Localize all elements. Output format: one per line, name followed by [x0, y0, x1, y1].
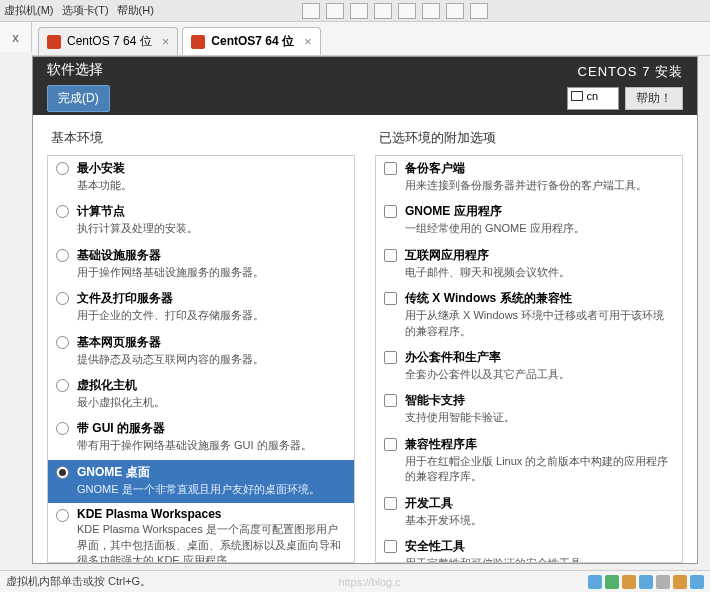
checkbox-icon[interactable] [384, 497, 397, 510]
checkbox-icon[interactable] [384, 394, 397, 407]
addon-list: 备份客户端用来连接到备份服务器并进行备份的客户端工具。GNOME 应用程序一组经… [375, 155, 683, 563]
addon-option-title: 智能卡支持 [405, 392, 674, 409]
addon-option[interactable]: 传统 X Windows 系统的兼容性用于从继承 X Windows 环境中迁移… [376, 286, 682, 345]
checkbox-icon[interactable] [384, 162, 397, 175]
tab-close-icon[interactable]: × [162, 34, 170, 49]
addon-column-header: 已选环境的附加选项 [375, 129, 683, 155]
checkbox-icon[interactable] [384, 205, 397, 218]
env-option-title: 文件及打印服务器 [77, 290, 346, 307]
env-option-desc: 用于操作网络基础设施服务的服务器。 [77, 265, 346, 280]
done-button[interactable]: 完成(D) [47, 85, 110, 112]
addon-option[interactable]: 开发工具基本开发环境。 [376, 491, 682, 534]
vm-tab-centos7-2[interactable]: CentOS7 64 位 × [182, 27, 320, 55]
env-option[interactable]: 基本网页服务器提供静态及动态互联网内容的服务器。 [48, 330, 354, 373]
env-option[interactable]: KDE Plasma WorkspacesKDE Plasma Workspac… [48, 503, 354, 562]
env-option[interactable]: 基础设施服务器用于操作网络基础设施服务的服务器。 [48, 243, 354, 286]
tab-label: CentOS7 64 位 [211, 33, 294, 50]
status-icon[interactable] [622, 575, 636, 589]
checkbox-icon[interactable] [384, 540, 397, 553]
env-option[interactable]: 最小安装基本功能。 [48, 156, 354, 199]
env-option[interactable]: 虚拟化主机最小虚拟化主机。 [48, 373, 354, 416]
addon-option[interactable]: 安全性工具用于完整性和可信验证的安全性工具。 [376, 534, 682, 562]
env-option-desc: 基本功能。 [77, 178, 346, 193]
toolbar-icon[interactable] [398, 3, 416, 19]
keyboard-layout-indicator[interactable]: cn [567, 87, 619, 110]
checkbox-icon[interactable] [384, 292, 397, 305]
toolbar-icon[interactable] [374, 3, 392, 19]
tab-label: CentOS 7 64 位 [67, 33, 152, 50]
env-option[interactable]: GNOME 桌面GNOME 是一个非常直观且用户友好的桌面环境。 [48, 460, 354, 503]
vm-icon [47, 35, 61, 49]
toolbar-icon[interactable] [422, 3, 440, 19]
statusbar-icons [588, 575, 704, 589]
addon-option[interactable]: 备份客户端用来连接到备份服务器并进行备份的客户端工具。 [376, 156, 682, 199]
env-option-desc: 执行计算及处理的安装。 [77, 221, 346, 236]
tab-close-icon[interactable]: × [304, 34, 312, 49]
status-icon[interactable] [673, 575, 687, 589]
addon-option[interactable]: GNOME 应用程序一组经常使用的 GNOME 应用程序。 [376, 199, 682, 242]
env-option[interactable]: 计算节点执行计算及处理的安装。 [48, 199, 354, 242]
statusbar: 虚拟机内部单击或按 Ctrl+G。 https://blog.c [0, 570, 710, 592]
addon-option[interactable]: 互联网应用程序电子邮件、聊天和视频会议软件。 [376, 243, 682, 286]
radio-icon[interactable] [56, 509, 69, 522]
env-option-desc: 最小虚拟化主机。 [77, 395, 346, 410]
radio-icon[interactable] [56, 379, 69, 392]
addon-option-desc: 支持使用智能卡验证。 [405, 410, 674, 425]
checkbox-icon[interactable] [384, 351, 397, 364]
addon-option-desc: 电子邮件、聊天和视频会议软件。 [405, 265, 674, 280]
addon-option[interactable]: 办公套件和生产率全套办公套件以及其它产品工具。 [376, 345, 682, 388]
installer-window: 软件选择 完成(D) CENTOS 7 安装 cn 帮助！ 基本环境 最小安装基… [32, 56, 698, 564]
addon-option-title: GNOME 应用程序 [405, 203, 674, 220]
menu-help[interactable]: 帮助(H) [117, 3, 154, 18]
menu-tabs[interactable]: 选项卡(T) [62, 3, 109, 18]
brand-label: CENTOS 7 安装 [578, 63, 683, 81]
env-option-title: 计算节点 [77, 203, 346, 220]
radio-icon[interactable] [56, 249, 69, 262]
env-option-desc: 用于企业的文件、打印及存储服务器。 [77, 308, 346, 323]
radio-icon[interactable] [56, 466, 69, 479]
addon-option-desc: 基本开发环境。 [405, 513, 674, 528]
toolbar-icon[interactable] [350, 3, 368, 19]
env-option[interactable]: 文件及打印服务器用于企业的文件、打印及存储服务器。 [48, 286, 354, 329]
addon-option-title: 办公套件和生产率 [405, 349, 674, 366]
env-option[interactable]: 带 GUI 的服务器带有用于操作网络基础设施服务 GUI 的服务器。 [48, 416, 354, 459]
addon-option[interactable]: 兼容性程序库用于在红帽企业版 Linux 的之前版本中构建的应用程序的兼容程序库… [376, 432, 682, 491]
status-icon[interactable] [656, 575, 670, 589]
watermark: https://blog.c [338, 576, 400, 588]
toolbar-icon[interactable] [302, 3, 320, 19]
statusbar-hint: 虚拟机内部单击或按 Ctrl+G。 [6, 574, 151, 589]
addon-option-title: 备份客户端 [405, 160, 674, 177]
vm-tab-centos7-1[interactable]: CentOS 7 64 位 × [38, 27, 178, 55]
menu-vm[interactable]: 虚拟机(M) [4, 3, 54, 18]
radio-icon[interactable] [56, 422, 69, 435]
checkbox-icon[interactable] [384, 438, 397, 451]
env-option-title: KDE Plasma Workspaces [77, 507, 346, 521]
radio-icon[interactable] [56, 336, 69, 349]
env-option-desc: GNOME 是一个非常直观且用户友好的桌面环境。 [77, 482, 346, 497]
addon-option[interactable]: 智能卡支持支持使用智能卡验证。 [376, 388, 682, 431]
addon-option-desc: 用于从继承 X Windows 环境中迁移或者可用于该环境的兼容程序。 [405, 308, 674, 339]
checkbox-icon[interactable] [384, 249, 397, 262]
radio-icon[interactable] [56, 162, 69, 175]
status-icon[interactable] [605, 575, 619, 589]
radio-icon[interactable] [56, 292, 69, 305]
status-icon[interactable] [690, 575, 704, 589]
addon-option-desc: 用于在红帽企业版 Linux 的之前版本中构建的应用程序的兼容程序库。 [405, 454, 674, 485]
env-column-header: 基本环境 [47, 129, 355, 155]
addon-option-desc: 用来连接到备份服务器并进行备份的客户端工具。 [405, 178, 674, 193]
status-icon[interactable] [639, 575, 653, 589]
env-list: 最小安装基本功能。计算节点执行计算及处理的安装。基础设施服务器用于操作网络基础设… [47, 155, 355, 563]
env-option-title: 最小安装 [77, 160, 346, 177]
status-icon[interactable] [588, 575, 602, 589]
addon-option-desc: 用于完整性和可信验证的安全性工具。 [405, 556, 674, 562]
radio-icon[interactable] [56, 205, 69, 218]
side-close-panel: x [0, 22, 32, 52]
toolbar-icon[interactable] [470, 3, 488, 19]
help-button[interactable]: 帮助！ [625, 87, 683, 110]
toolbar-icon[interactable] [446, 3, 464, 19]
close-icon[interactable]: x [12, 30, 19, 45]
toolbar-icon[interactable] [326, 3, 344, 19]
addon-option-desc: 全套办公套件以及其它产品工具。 [405, 367, 674, 382]
vm-menubar: 虚拟机(M) 选项卡(T) 帮助(H) [0, 0, 710, 22]
addon-option-title: 兼容性程序库 [405, 436, 674, 453]
